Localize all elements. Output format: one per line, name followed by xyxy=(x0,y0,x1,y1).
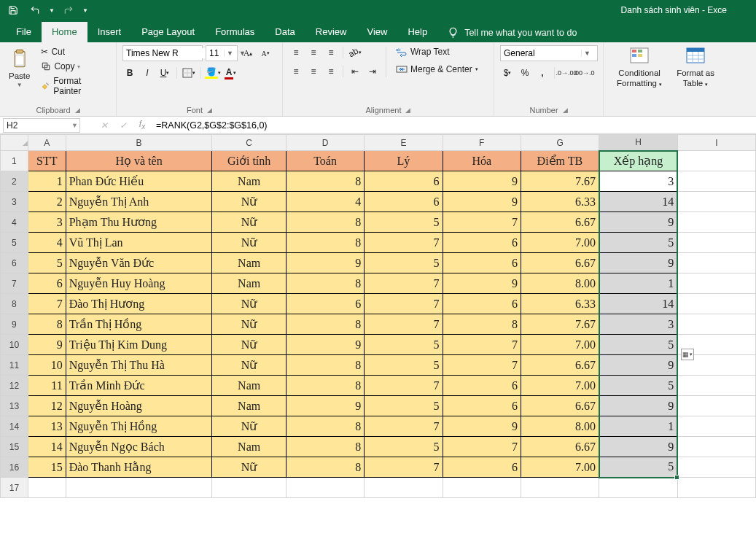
cell-C9[interactable]: Nữ xyxy=(212,314,286,335)
tab-file[interactable]: File xyxy=(6,22,42,42)
cell-A11[interactable]: 10 xyxy=(28,355,66,376)
row-header[interactable]: 14 xyxy=(1,416,28,437)
dialog-launcher-icon[interactable]: ◢ xyxy=(207,106,212,114)
cell-H1[interactable]: Xếp hạng xyxy=(599,151,677,171)
tab-help[interactable]: Help xyxy=(397,22,437,42)
cell-C3[interactable]: Nữ xyxy=(212,192,286,212)
cell-D10[interactable]: 9 xyxy=(286,335,364,355)
cell-A16[interactable]: 15 xyxy=(28,457,66,478)
row-header[interactable]: 11 xyxy=(1,355,28,376)
cell-G16[interactable]: 7.00 xyxy=(521,457,599,478)
cell-F4[interactable]: 7 xyxy=(443,212,521,233)
col-D[interactable]: D xyxy=(286,135,364,151)
cell-D12[interactable]: 8 xyxy=(286,376,364,396)
autofill-options-button[interactable]: ▦▾ xyxy=(681,349,694,360)
formula-input[interactable] xyxy=(152,120,753,131)
align-center-icon[interactable]: ≡ xyxy=(306,64,321,79)
cell-F15[interactable]: 7 xyxy=(443,437,521,457)
align-top-icon[interactable]: ≡ xyxy=(289,45,303,60)
cell-I16[interactable] xyxy=(677,457,755,478)
cell-I6[interactable] xyxy=(677,253,755,273)
cell-D6[interactable]: 9 xyxy=(286,253,364,273)
tab-insert[interactable]: Insert xyxy=(87,22,132,42)
format-as-table-button[interactable]: Format as Table ▾ xyxy=(674,45,717,89)
cell-B4[interactable]: Phạm Thu Hương xyxy=(66,212,212,233)
cell-I2[interactable] xyxy=(677,171,755,192)
row-header[interactable]: 6 xyxy=(1,253,28,273)
dialog-launcher-icon[interactable]: ◢ xyxy=(405,106,410,114)
cell-C15[interactable]: Nam xyxy=(212,437,286,457)
col-F[interactable]: F xyxy=(443,135,521,151)
percent-format-button[interactable]: % xyxy=(518,66,532,80)
cell-G14[interactable]: 8.00 xyxy=(521,416,599,437)
cell-C10[interactable]: Nữ xyxy=(212,335,286,355)
font-size-combo[interactable]: ▼ xyxy=(206,45,238,61)
dialog-launcher-icon[interactable]: ◢ xyxy=(563,106,568,114)
cell-F9[interactable]: 8 xyxy=(443,314,521,335)
cell-B2[interactable]: Phan Đức Hiếu xyxy=(66,171,212,192)
cell-E3[interactable]: 6 xyxy=(365,192,443,212)
cell-A6[interactable]: 5 xyxy=(28,253,66,273)
cell-B3[interactable]: Nguyễn Thị Anh xyxy=(66,192,212,212)
cell-I8[interactable] xyxy=(677,294,755,314)
row-header[interactable]: 7 xyxy=(1,273,28,294)
paste-button[interactable]: Paste ▼ xyxy=(6,45,33,90)
tab-home[interactable]: Home xyxy=(42,22,87,42)
cell-C5[interactable]: Nữ xyxy=(212,233,286,253)
cell-A15[interactable]: 14 xyxy=(28,437,66,457)
cell-D15[interactable]: 8 xyxy=(286,437,364,457)
cell-B6[interactable]: Nguyễn Văn Đức xyxy=(66,253,212,273)
cell-D8[interactable]: 6 xyxy=(286,294,364,314)
cell-A3[interactable]: 2 xyxy=(28,192,66,212)
increase-font-icon[interactable]: A▴ xyxy=(241,46,255,61)
row-header[interactable]: 9 xyxy=(1,314,28,335)
cell-D7[interactable]: 8 xyxy=(286,273,364,294)
row-header[interactable]: 12 xyxy=(1,376,28,396)
wrap-text-button[interactable]: abWrap Text xyxy=(392,45,482,58)
col-C[interactable]: C xyxy=(212,135,286,151)
cell-G9[interactable]: 7.67 xyxy=(521,314,599,335)
cell-A7[interactable]: 6 xyxy=(28,273,66,294)
worksheet-grid[interactable]: ◢ A B C D E F G H I 1STTHọ và tênGiới tí… xyxy=(0,134,756,498)
cell-D17[interactable] xyxy=(286,478,364,498)
cell-G2[interactable]: 7.67 xyxy=(521,171,599,192)
cell-D14[interactable]: 8 xyxy=(286,416,364,437)
cell-A1[interactable]: STT xyxy=(28,151,66,171)
cell-D2[interactable]: 8 xyxy=(286,171,364,192)
row-header[interactable]: 8 xyxy=(1,294,28,314)
cell-A4[interactable]: 3 xyxy=(28,212,66,233)
cell-E9[interactable]: 7 xyxy=(365,314,443,335)
font-name-combo[interactable]: ▼ xyxy=(122,45,203,61)
select-all-button[interactable]: ◢ xyxy=(1,135,28,151)
cell-E15[interactable]: 5 xyxy=(365,437,443,457)
cell-G1[interactable]: Điểm TB xyxy=(521,151,599,171)
row-header[interactable]: 10 xyxy=(1,335,28,355)
cell-D3[interactable]: 4 xyxy=(286,192,364,212)
cell-H16[interactable]: 5 xyxy=(599,457,677,478)
cell-C6[interactable]: Nam xyxy=(212,253,286,273)
copy-button[interactable]: Copy▾ xyxy=(37,60,110,73)
cell-A8[interactable]: 7 xyxy=(28,294,66,314)
cell-B5[interactable]: Vũ Thị Lan xyxy=(66,233,212,253)
cell-D13[interactable]: 9 xyxy=(286,396,364,416)
cell-F3[interactable]: 9 xyxy=(443,192,521,212)
cell-D16[interactable]: 8 xyxy=(286,457,364,478)
cell-F8[interactable]: 6 xyxy=(443,294,521,314)
cell-E11[interactable]: 5 xyxy=(365,355,443,376)
tell-me[interactable]: Tell me what you want to do xyxy=(448,27,577,42)
tab-review[interactable]: Review xyxy=(305,22,357,42)
cell-G4[interactable]: 6.67 xyxy=(521,212,599,233)
cell-H9[interactable]: 3 xyxy=(599,314,677,335)
name-box[interactable]: H2▼ xyxy=(3,118,80,133)
cell-E17[interactable] xyxy=(365,478,443,498)
cell-D11[interactable]: 8 xyxy=(286,355,364,376)
italic-button[interactable]: I xyxy=(140,66,155,80)
cell-B7[interactable]: Nguyễn Huy Hoàng xyxy=(66,273,212,294)
underline-button[interactable]: U▾ xyxy=(157,66,172,80)
cell-B15[interactable]: Nguyễn Ngọc Bách xyxy=(66,437,212,457)
cell-F17[interactable] xyxy=(443,478,521,498)
cell-D4[interactable]: 8 xyxy=(286,212,364,233)
cell-G6[interactable]: 6.67 xyxy=(521,253,599,273)
cell-G10[interactable]: 7.00 xyxy=(521,335,599,355)
cell-C12[interactable]: Nam xyxy=(212,376,286,396)
